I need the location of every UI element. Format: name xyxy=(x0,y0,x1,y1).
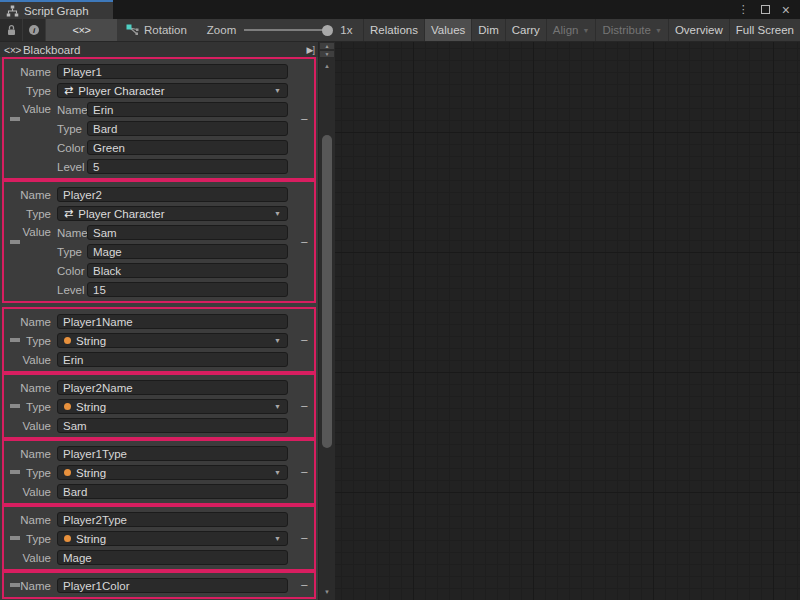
nested-value-field[interactable]: Erin xyxy=(87,102,288,117)
nested-value-field[interactable]: Black xyxy=(87,263,288,278)
toolbar-button-align[interactable]: Align▼ xyxy=(546,19,596,41)
toolbar-button-dim[interactable]: Dim xyxy=(471,19,504,41)
variable-type-dropdown[interactable]: String▼ xyxy=(57,399,288,414)
variables-icon: <×> xyxy=(73,24,91,36)
main-area: <×> Blackboard ▶] NamePlayer1Type⇄Player… xyxy=(0,42,800,600)
blackboard-scrollbar[interactable]: ▲ ▼ xyxy=(319,58,335,600)
rotation-label: Rotation xyxy=(144,24,187,36)
remove-variable-button[interactable]: − xyxy=(300,400,308,413)
lock-button[interactable] xyxy=(0,19,22,41)
variable-name-field[interactable]: Player1Type xyxy=(57,446,288,461)
dock-panel-icon[interactable]: ▶] xyxy=(307,45,314,55)
nested-row: Level15 xyxy=(57,280,288,299)
variable-value-field[interactable]: Erin xyxy=(57,352,288,367)
variable-type-dropdown[interactable]: String▼ xyxy=(57,531,288,546)
row-label: Value xyxy=(4,420,57,432)
type-name: Player Character xyxy=(78,85,164,97)
string-type-icon xyxy=(64,337,71,344)
spinner-down-icon[interactable]: ▼ xyxy=(319,50,335,58)
nested-label: Color xyxy=(57,142,87,154)
lock-icon xyxy=(6,24,17,36)
nested-value-field[interactable]: Bard xyxy=(87,121,288,136)
scrollbar-thumb[interactable] xyxy=(322,135,332,448)
row-label: Type xyxy=(4,85,57,97)
nested-value-block: NameErinTypeBardColorGreenLevel5 xyxy=(57,100,288,176)
zoom-slider-handle[interactable] xyxy=(322,25,333,36)
variable-type-dropdown[interactable]: ⇄Player Character▼ xyxy=(57,206,288,221)
variable-name-field[interactable]: Player2Type xyxy=(57,512,288,527)
drag-handle-icon[interactable] xyxy=(10,583,20,587)
drag-handle-icon[interactable] xyxy=(10,338,20,342)
variable-row: TypeString▼ xyxy=(4,529,288,548)
variable-row: Type⇄Player Character▼ xyxy=(4,81,288,100)
variables-toggle-button[interactable]: <×> xyxy=(46,19,117,41)
toolbar-button-overview[interactable]: Overview xyxy=(668,19,729,41)
variable-row: TypeString▼ xyxy=(4,463,288,482)
chevron-down-icon: ▼ xyxy=(274,469,281,476)
variable-name-field[interactable]: Player1Color xyxy=(57,578,288,593)
variable-group: NamePlayer1NameTypeString▼ValueErin− xyxy=(2,307,316,373)
scroll-down-icon[interactable]: ▼ xyxy=(319,589,335,595)
toolbar-button-distribute[interactable]: Distribute▼ xyxy=(595,19,668,41)
variable-group: NamePlayer1TypeTypeString▼ValueBard− xyxy=(2,439,316,505)
variable-row: NamePlayer2Name xyxy=(4,378,288,397)
variable-value-field[interactable]: Mage xyxy=(57,550,288,565)
variable-type-dropdown[interactable]: String▼ xyxy=(57,333,288,348)
nested-label: Level xyxy=(57,161,87,173)
nested-value-field[interactable]: 15 xyxy=(87,282,288,297)
type-name: Player Character xyxy=(78,208,164,220)
row-label: Name xyxy=(4,66,57,78)
toolbar-button-full-screen[interactable]: Full Screen xyxy=(729,19,800,41)
row-label: Value xyxy=(4,486,57,498)
menu-icon[interactable]: ⋮ xyxy=(738,4,749,15)
type-name: String xyxy=(76,533,106,545)
drag-handle-icon[interactable] xyxy=(10,536,20,540)
scroll-up-icon[interactable]: ▲ xyxy=(319,63,335,69)
chevron-down-icon: ▼ xyxy=(274,210,281,217)
remove-variable-button[interactable]: − xyxy=(300,112,308,125)
rotation-control[interactable]: Rotation xyxy=(126,19,187,41)
chevron-down-icon: ▼ xyxy=(274,87,281,94)
drag-handle-icon[interactable] xyxy=(10,117,20,121)
zoom-value: 1x xyxy=(340,24,352,36)
nested-value-field[interactable]: Mage xyxy=(87,244,288,259)
variable-value-field[interactable]: Bard xyxy=(57,484,288,499)
variable-row: NamePlayer1Type xyxy=(4,444,288,463)
maximize-icon[interactable] xyxy=(761,5,770,14)
drag-handle-icon[interactable] xyxy=(10,470,20,474)
remove-variable-button[interactable]: − xyxy=(300,532,308,545)
variable-value-field[interactable]: Sam xyxy=(57,418,288,433)
tab-script-graph[interactable]: Script Graph xyxy=(0,0,113,19)
variable-row: ValueMage xyxy=(4,548,288,567)
row-label: Name xyxy=(4,382,57,394)
nested-value-field[interactable]: 5 xyxy=(87,159,288,174)
toolbar-button-group: RelationsValuesDimCarryAlign▼Distribute▼… xyxy=(363,19,800,41)
drag-handle-icon[interactable] xyxy=(10,404,20,408)
row-label: Type xyxy=(4,208,57,220)
remove-variable-button[interactable]: − xyxy=(300,466,308,479)
variable-name-field[interactable]: Player1 xyxy=(57,64,288,79)
nested-value-field[interactable]: Green xyxy=(87,140,288,155)
spinner-up-icon[interactable]: ▲ xyxy=(319,42,335,50)
toolbar-button-carry[interactable]: Carry xyxy=(505,19,546,41)
close-icon[interactable]: × xyxy=(782,3,790,17)
drag-handle-icon[interactable] xyxy=(10,240,20,244)
variable-type-dropdown[interactable]: ⇄Player Character▼ xyxy=(57,83,288,98)
toolbar-button-values[interactable]: Values xyxy=(424,19,471,41)
zoom-slider[interactable] xyxy=(244,24,332,36)
nested-label: Type xyxy=(57,123,87,135)
nested-value-field[interactable]: Sam xyxy=(87,225,288,240)
remove-variable-button[interactable]: − xyxy=(300,235,308,248)
row-label: Value xyxy=(4,552,57,564)
toolbar-button-label: Values xyxy=(431,24,465,36)
variable-type-dropdown[interactable]: String▼ xyxy=(57,465,288,480)
chevron-down-icon: ▼ xyxy=(582,27,589,34)
variable-name-field[interactable]: Player2Name xyxy=(57,380,288,395)
graph-canvas[interactable] xyxy=(335,42,800,600)
toolbar-button-relations[interactable]: Relations xyxy=(363,19,424,41)
remove-variable-button[interactable]: − xyxy=(300,579,308,592)
variable-name-field[interactable]: Player1Name xyxy=(57,314,288,329)
variable-name-field[interactable]: Player2 xyxy=(57,187,288,202)
remove-variable-button[interactable]: − xyxy=(300,334,308,347)
info-button[interactable]: i xyxy=(23,19,45,41)
